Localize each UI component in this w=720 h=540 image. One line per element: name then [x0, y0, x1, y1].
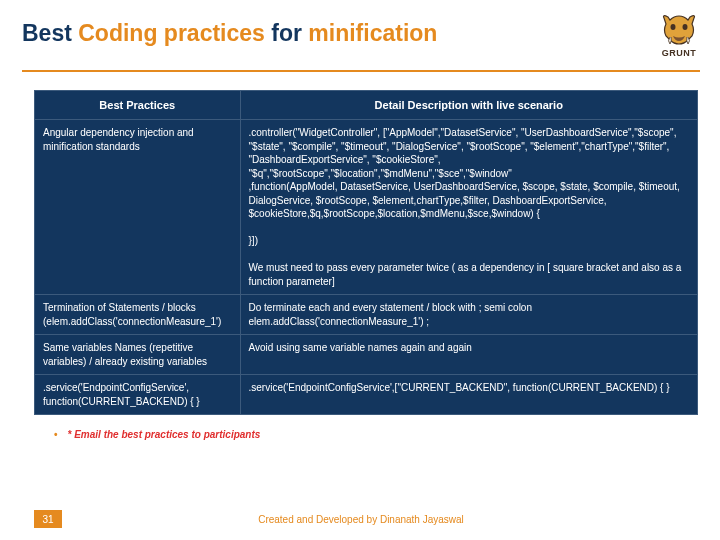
svg-point-0 — [671, 24, 676, 30]
title-part1: Best — [22, 20, 78, 46]
cell-detail: Do terminate each and every statement / … — [240, 295, 697, 335]
title-part3: for — [265, 20, 308, 46]
cell-detail: .controller("WidgetController", ["AppMod… — [240, 120, 697, 295]
table-container: Best Practices Detail Description with l… — [0, 72, 720, 415]
grunt-label: GRUNT — [662, 48, 697, 58]
grunt-icon — [660, 14, 698, 46]
cell-practice: Same variables Names (repetitive variabl… — [35, 335, 241, 375]
col-header-detail: Detail Description with live scenario — [240, 91, 697, 120]
table-row: Angular dependency injection and minific… — [35, 120, 698, 295]
page-number: 31 — [34, 510, 62, 528]
email-note: •* Email the best practices to participa… — [0, 415, 720, 440]
slide-header: Best Coding practices for minification G… — [0, 0, 720, 66]
cell-practice: Termination of Statements / blocks (elem… — [35, 295, 241, 335]
table-row: .service('EndpointConfigService', functi… — [35, 375, 698, 415]
footer-credit: Created and Developed by Dinanath Jayasw… — [62, 514, 660, 525]
bullet-icon: • — [54, 429, 58, 440]
title-part2: Coding practices — [78, 20, 265, 46]
title-part4: minification — [308, 20, 437, 46]
col-header-practices: Best Practices — [35, 91, 241, 120]
cell-practice: .service('EndpointConfigService', functi… — [35, 375, 241, 415]
grunt-logo: GRUNT — [658, 14, 700, 58]
table-row: Same variables Names (repetitive variabl… — [35, 335, 698, 375]
svg-point-1 — [683, 24, 688, 30]
table-row: Termination of Statements / blocks (elem… — [35, 295, 698, 335]
practices-table: Best Practices Detail Description with l… — [34, 90, 698, 415]
slide-footer: 31 Created and Developed by Dinanath Jay… — [0, 510, 720, 528]
slide-title: Best Coding practices for minification — [22, 14, 437, 47]
note-text: * Email the best practices to participan… — [68, 429, 261, 440]
cell-detail: .service('EndpointConfigService',["CURRE… — [240, 375, 697, 415]
cell-detail: Avoid using same variable names again an… — [240, 335, 697, 375]
cell-practice: Angular dependency injection and minific… — [35, 120, 241, 295]
